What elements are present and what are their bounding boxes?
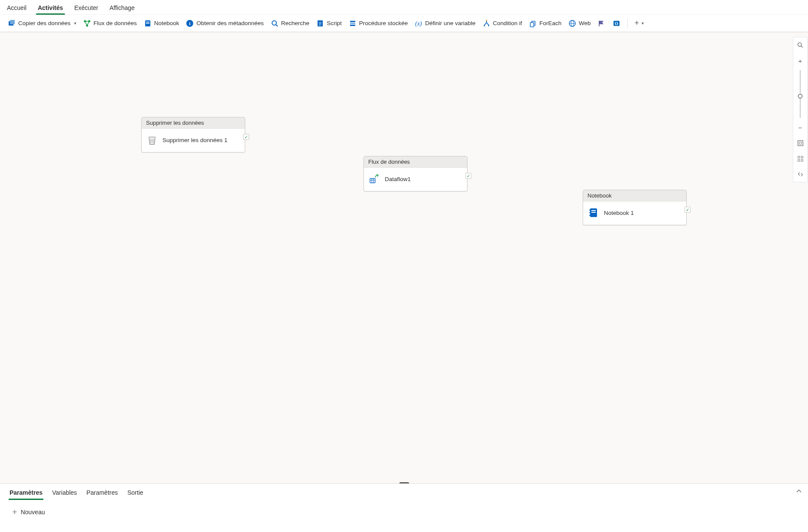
- activity-type-label: Notebook: [583, 190, 686, 201]
- toolbar-separator: [627, 19, 628, 28]
- svg-rect-41: [589, 215, 591, 216]
- bottom-tab-variables[interactable]: Variables: [51, 486, 78, 500]
- plus-icon: +: [12, 508, 17, 516]
- svg-rect-49: [801, 159, 803, 161]
- tool-set-variable-label: Définir une variable: [425, 20, 475, 26]
- tool-script[interactable]: Script: [314, 18, 344, 29]
- activity-delete-data[interactable]: Supprimer les données Supprimer les donn…: [141, 117, 245, 152]
- variable-icon: (x): [415, 19, 422, 27]
- zoom-out-button[interactable]: −: [793, 120, 807, 135]
- tab-affichage[interactable]: Affichage: [108, 2, 136, 14]
- zoom-slider[interactable]: [800, 70, 801, 118]
- activity-name: Supprimer les données 1: [162, 137, 227, 143]
- stored-proc-icon: [349, 19, 357, 27]
- svg-rect-48: [798, 159, 799, 161]
- svg-rect-21: [530, 23, 534, 27]
- activity-dataflow[interactable]: Flux de données Dataflow1 ✓: [363, 156, 467, 191]
- globe-icon: [568, 19, 576, 27]
- condition-icon: [483, 19, 490, 27]
- tool-copy-data-label: Copier des données: [18, 20, 71, 26]
- tool-dataflow[interactable]: Flux de données: [81, 18, 140, 29]
- svg-rect-12: [318, 20, 323, 26]
- mini-map-button[interactable]: [793, 166, 807, 182]
- tool-set-variable[interactable]: (x) Définir une variable: [412, 18, 478, 29]
- tab-activites[interactable]: Activités: [36, 2, 65, 14]
- activity-name: Dataflow1: [385, 176, 411, 182]
- activity-type-label: Flux de données: [364, 156, 467, 168]
- connector-layer: [0, 32, 130, 97]
- svg-text:(x): (x): [415, 20, 422, 27]
- tool-web[interactable]: Web: [566, 18, 594, 29]
- tool-if-condition-label: Condition if: [493, 20, 522, 26]
- bottom-tab-sortie[interactable]: Sortie: [127, 486, 144, 500]
- trash-icon: [146, 134, 158, 146]
- tab-executer[interactable]: Exécuter: [73, 2, 100, 14]
- svg-rect-1: [10, 20, 15, 24]
- svg-rect-47: [801, 156, 803, 158]
- svg-rect-31: [149, 136, 156, 138]
- svg-rect-45: [799, 142, 802, 144]
- activity-type-label: Supprimer les données: [142, 117, 245, 129]
- tool-web-label: Web: [579, 20, 591, 26]
- info-icon: i: [186, 19, 194, 27]
- svg-point-42: [798, 42, 801, 46]
- tool-foreach[interactable]: ForEach: [526, 18, 564, 29]
- notebook-icon: [144, 19, 152, 27]
- copy-data-icon: [8, 19, 16, 27]
- svg-rect-13: [350, 21, 355, 22]
- canvas-search-button[interactable]: [793, 37, 807, 53]
- tab-accueil[interactable]: Accueil: [5, 2, 28, 14]
- collapse-panel-button[interactable]: [796, 488, 802, 496]
- bottom-tab-parametres-2[interactable]: Paramètres: [86, 486, 119, 500]
- minus-icon: −: [798, 124, 802, 131]
- tool-add-more[interactable]: + ▾: [632, 17, 647, 29]
- tool-get-metadata[interactable]: i Obtenir des métadonnées: [183, 18, 266, 29]
- svg-rect-46: [798, 156, 799, 158]
- svg-point-19: [488, 25, 489, 26]
- svg-line-43: [801, 46, 802, 47]
- tool-script-label: Script: [327, 20, 342, 26]
- new-parameter-button[interactable]: + Nouveau: [12, 508, 45, 516]
- dataflow-activity-icon: [368, 173, 380, 185]
- new-parameter-label: Nouveau: [21, 509, 45, 516]
- tool-notebook[interactable]: Notebook: [141, 18, 182, 29]
- svg-rect-15: [350, 25, 355, 26]
- fit-screen-icon: [797, 140, 804, 146]
- svg-point-17: [486, 19, 487, 21]
- tool-stored-proc[interactable]: Procédure stockée: [346, 18, 411, 29]
- auto-layout-button[interactable]: [793, 151, 807, 166]
- pipeline-canvas[interactable]: Supprimer les données Supprimer les donn…: [0, 32, 808, 483]
- bottom-tab-parametres[interactable]: Paramètres: [9, 486, 43, 500]
- flag-icon: [598, 19, 606, 27]
- tool-lookup[interactable]: Recherche: [268, 18, 312, 29]
- svg-rect-7: [146, 23, 149, 24]
- zoom-fit-button[interactable]: [793, 135, 807, 151]
- tool-if-condition[interactable]: Condition if: [480, 18, 525, 29]
- tool-copy-data[interactable]: Copier des données ▾: [5, 18, 79, 29]
- chevron-down-icon: ▾: [642, 21, 644, 26]
- success-check-icon[interactable]: ✓: [685, 207, 691, 213]
- tool-outlook[interactable]: O: [610, 18, 623, 29]
- foreach-icon: [529, 19, 537, 27]
- svg-rect-39: [589, 210, 591, 211]
- activity-notebook[interactable]: Notebook Notebook 1 ✓: [583, 190, 687, 225]
- collapse-icon: [797, 171, 804, 178]
- svg-rect-6: [146, 22, 149, 23]
- activity-name: Notebook 1: [604, 210, 634, 216]
- success-check-icon[interactable]: ✓: [465, 173, 471, 179]
- success-check-icon[interactable]: ✓: [243, 134, 249, 140]
- svg-rect-38: [591, 212, 596, 213]
- zoom-in-button[interactable]: +: [793, 53, 807, 68]
- bottom-panel-content: + Nouveau: [0, 501, 808, 523]
- tool-stored-proc-label: Procédure stockée: [359, 20, 408, 26]
- chevron-up-icon: [796, 488, 802, 494]
- bottom-tab-bar: Paramètres Variables Paramètres Sortie: [0, 483, 808, 501]
- svg-rect-40: [589, 212, 591, 213]
- svg-rect-37: [591, 210, 596, 211]
- chevron-down-icon: ▾: [74, 21, 76, 26]
- layout-icon: [797, 156, 804, 162]
- svg-rect-32: [370, 178, 375, 183]
- tool-teams[interactable]: [595, 18, 608, 29]
- search-icon: [271, 19, 279, 27]
- zoom-slider-thumb[interactable]: [798, 94, 803, 99]
